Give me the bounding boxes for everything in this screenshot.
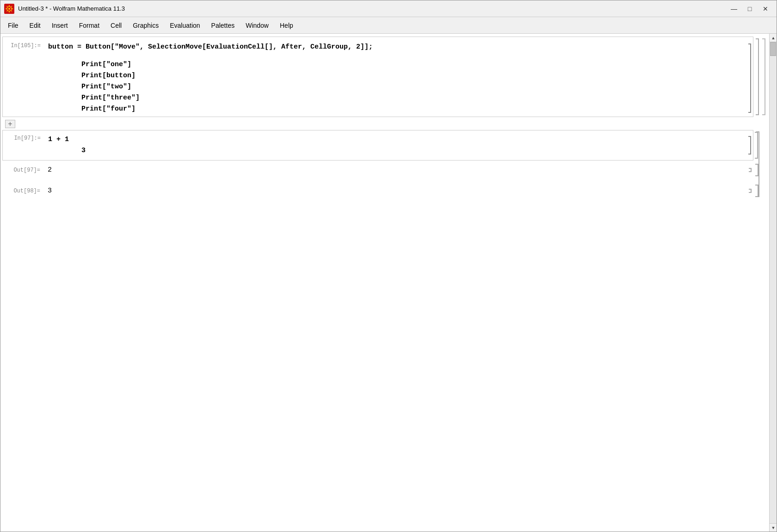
menu-window[interactable]: Window (240, 20, 274, 31)
cell-out97: Out[97]= 2 (2, 162, 753, 178)
app-icon (4, 4, 14, 14)
menu-graphics[interactable]: Graphics (127, 20, 164, 31)
bracket-out98 (754, 183, 760, 198)
code-line-5: Print["three"] (48, 93, 744, 104)
cell-label-in105: In[105]:= (3, 42, 44, 49)
code-in97[interactable]: 1 + 1 3 (44, 134, 747, 156)
in97-line2: 3 (48, 145, 744, 156)
cell-in97-content: In[97]:= 1 + 1 3 (3, 130, 753, 160)
cell-label-out98: Out[98]= (2, 187, 44, 194)
cell-bracket-out97 (748, 166, 752, 174)
code-line-3: Print[button] (48, 70, 744, 81)
cell-bracket-out98 (748, 187, 752, 195)
code-line-2: Print["one"] (48, 59, 744, 70)
cell-in105: In[105]:= button = Button["Move", Select… (3, 37, 753, 117)
add-cell-button[interactable]: + (5, 120, 15, 128)
menu-edit[interactable]: Edit (24, 20, 46, 31)
menu-file[interactable]: File (2, 20, 24, 31)
title-bar-controls: — □ ✕ (727, 3, 773, 15)
scroll-up-button[interactable]: ▲ (770, 34, 777, 42)
menu-cell[interactable]: Cell (105, 20, 127, 31)
window-title: Untitled-3 * - Wolfram Mathematica 11.3 (18, 5, 125, 12)
code-line-6: Print["four"] (48, 104, 744, 115)
cell-group-1: In[105]:= button = Button["Move", Select… (2, 37, 753, 117)
code-line-4: Print["two"] (48, 81, 744, 93)
scroll-thumb[interactable] (770, 42, 776, 56)
cell-content-in105[interactable]: button = Button["Move", SelectionMove[Ev… (44, 42, 747, 115)
notebook-area[interactable]: In[105]:= button = Button["Move", Select… (0, 34, 769, 532)
out98-value: 3 (44, 187, 748, 195)
main-content: In[105]:= button = Button["Move", Select… (0, 34, 777, 532)
menu-help[interactable]: Help (274, 20, 299, 31)
bracket-out97 (754, 162, 760, 178)
cell-in97: In[97]:= 1 + 1 3 (2, 130, 753, 161)
menu-bar: File Edit Insert Format Cell Graphics Ev… (0, 17, 777, 34)
vertical-scrollbar[interactable]: ▲ ▼ (769, 34, 777, 532)
in97-line1: 1 + 1 (48, 134, 744, 145)
scroll-track[interactable] (770, 42, 777, 523)
out97-value: 2 (44, 166, 748, 174)
group-bracket-1 (755, 37, 760, 117)
bracket-in97 (754, 130, 759, 160)
scroll-down-button[interactable]: ▼ (770, 523, 777, 532)
out98-row: Out[98]= 3 (2, 183, 753, 198)
cell-bracket-in97 (747, 134, 752, 156)
code-line-1: button = Button["Move", SelectionMove[Ev… (48, 42, 744, 53)
svg-point-2 (8, 8, 10, 10)
title-bar: Untitled-3 * - Wolfram Mathematica 11.3 … (0, 0, 777, 17)
minimize-button[interactable]: — (727, 3, 741, 15)
main-window: Untitled-3 * - Wolfram Mathematica 11.3 … (0, 0, 777, 532)
menu-evaluation[interactable]: Evaluation (164, 20, 205, 31)
title-bar-left: Untitled-3 * - Wolfram Mathematica 11.3 (4, 4, 125, 14)
menu-insert[interactable]: Insert (46, 20, 74, 31)
cell-label-out97: Out[97]= (2, 166, 44, 173)
close-button[interactable]: ✕ (758, 3, 773, 15)
menu-palettes[interactable]: Palettes (206, 20, 240, 31)
maximize-button[interactable]: □ (742, 3, 757, 15)
add-cell-area: + (2, 120, 753, 128)
cell-label-in97: In[97]:= (3, 134, 44, 142)
cell-group-2: In[97]:= 1 + 1 3 (2, 130, 753, 198)
out97-row: Out[97]= 2 (2, 162, 753, 178)
menu-format[interactable]: Format (74, 20, 105, 31)
cell-out98: Out[98]= 3 (2, 183, 753, 198)
cell-bracket-1 (747, 42, 752, 115)
scroll-bracket-1 (761, 37, 767, 117)
